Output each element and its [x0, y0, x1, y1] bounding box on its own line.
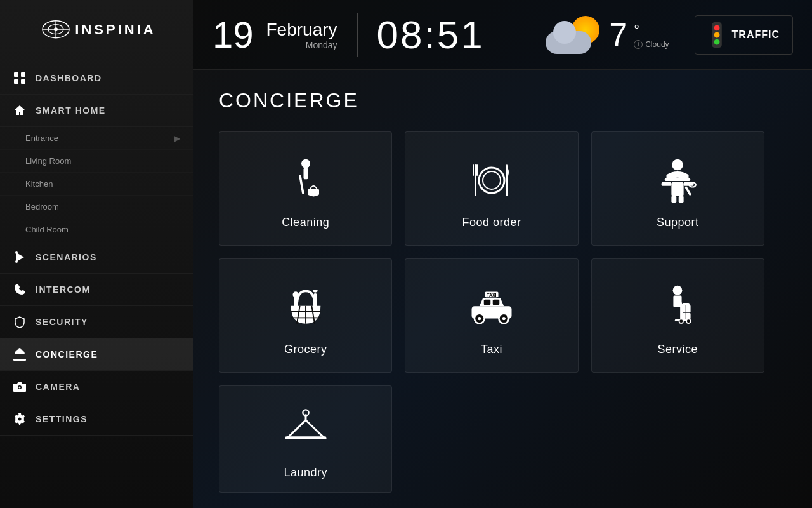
weather-condition: i Cloudy — [634, 40, 669, 49]
sidebar-item-smart-home[interactable]: SMART HOME — [0, 95, 193, 127]
taxi-icon: TAXI — [466, 282, 517, 333]
shield-icon — [13, 315, 27, 329]
svg-point-9 — [15, 251, 18, 254]
svg-point-57 — [673, 285, 683, 295]
svg-point-67 — [686, 319, 691, 323]
svg-rect-8 — [21, 79, 25, 84]
date-day: 19 — [213, 17, 254, 53]
card-label-food-order: Food order — [462, 216, 521, 229]
sidebar-item-scenarios[interactable]: SCENARIOS — [0, 241, 193, 274]
concierge-icon — [13, 347, 27, 361]
card-label-laundry: Laundry — [284, 466, 327, 479]
sidebar-item-security[interactable]: SECURITY — [0, 306, 193, 338]
card-support[interactable]: Support — [591, 131, 764, 246]
main-content: 19 February Monday 08:51 7 ° i Cloudy — [193, 0, 812, 508]
sidebar-label-living-room: Living Room — [25, 156, 71, 166]
sidebar-item-concierge[interactable]: CONCIERGE — [0, 338, 193, 371]
svg-point-20 — [301, 159, 310, 168]
page-title: CONCIERGE — [219, 89, 787, 112]
svg-rect-45 — [294, 295, 298, 309]
sidebar-item-child-room[interactable]: Child Room — [0, 218, 193, 241]
svg-rect-28 — [473, 164, 474, 176]
svg-point-26 — [483, 171, 501, 189]
date-time-block: 19 February Monday 08:51 — [213, 12, 485, 57]
svg-point-15 — [18, 418, 22, 421]
sidebar-label-camera: CAMERA — [36, 382, 80, 392]
svg-point-19 — [714, 39, 719, 44]
svg-rect-37 — [679, 196, 684, 203]
support-icon — [652, 155, 703, 206]
svg-rect-51 — [484, 299, 491, 305]
svg-rect-27 — [475, 164, 476, 196]
logo-icon — [37, 15, 75, 44]
svg-rect-34 — [662, 182, 672, 185]
svg-point-17 — [714, 25, 719, 30]
card-service[interactable]: Service — [591, 258, 764, 373]
svg-point-12 — [18, 348, 21, 351]
weather-icon — [546, 13, 603, 57]
svg-point-14 — [19, 387, 21, 389]
svg-point-66 — [679, 319, 684, 323]
grid-icon — [13, 71, 27, 85]
logo-text: INSPINIA — [75, 22, 155, 38]
svg-rect-52 — [493, 299, 500, 305]
svg-rect-36 — [672, 196, 677, 203]
sidebar-label-concierge: CONCIERGE — [36, 349, 98, 359]
svg-point-10 — [15, 260, 18, 263]
condition-label: Cloudy — [645, 40, 669, 49]
date-weekday: Monday — [266, 40, 337, 50]
svg-point-56 — [502, 316, 506, 319]
phone-icon — [13, 283, 27, 297]
svg-rect-38 — [685, 185, 692, 195]
page-content: CONCIERGE Cleaning — [193, 70, 812, 508]
svg-point-18 — [714, 32, 719, 37]
play-icon — [13, 250, 27, 264]
info-icon: i — [634, 40, 643, 49]
traffic-button[interactable]: TRAFFIC — [695, 15, 793, 55]
card-grocery[interactable]: Grocery — [219, 258, 392, 373]
degree-symbol: ° — [634, 23, 639, 37]
card-label-grocery: Grocery — [284, 343, 327, 356]
card-label-service: Service — [658, 343, 698, 356]
svg-point-31 — [672, 159, 684, 170]
grocery-icon — [280, 282, 331, 333]
time-display: 08:51 — [377, 12, 485, 57]
svg-rect-32 — [665, 178, 690, 180]
topbar: 19 February Monday 08:51 7 ° i Cloudy — [193, 0, 812, 70]
date-block: 19 — [213, 17, 254, 53]
sidebar-item-entrance[interactable]: Entrance ▶ — [0, 127, 193, 150]
sidebar-item-settings[interactable]: SETTINGS — [0, 403, 193, 436]
card-food-order[interactable]: Food order — [405, 131, 578, 246]
svg-point-46 — [292, 291, 298, 297]
sidebar-item-living-room[interactable]: Living Room — [0, 150, 193, 173]
sidebar-label-dashboard: DASHBOARD — [36, 73, 102, 83]
settings-icon — [13, 412, 27, 426]
laundry-icon — [280, 405, 331, 456]
card-label-cleaning: Cleaning — [282, 216, 329, 229]
sidebar-label-security: SECURITY — [36, 317, 88, 327]
card-cleaning[interactable]: Cleaning — [219, 131, 392, 246]
sidebar-item-camera[interactable]: CAMERA — [0, 371, 193, 403]
sidebar-item-bedroom[interactable]: Bedroom — [0, 196, 193, 218]
sidebar-item-intercom[interactable]: INTERCOM — [0, 274, 193, 306]
sidebar-label-child-room: Child Room — [25, 225, 69, 234]
svg-rect-29 — [476, 164, 478, 176]
logo-area: INSPINIA — [0, 0, 193, 57]
time-separator — [357, 13, 358, 57]
weather-temperature: 7 — [609, 16, 627, 54]
sidebar-label-smart-home: SMART HOME — [36, 105, 106, 116]
sidebar-item-dashboard[interactable]: DASHBOARD — [0, 62, 193, 95]
arrow-icon: ▶ — [174, 134, 180, 143]
weather-info: ° i Cloudy — [634, 21, 669, 49]
sidebar-label-scenarios: SCENARIOS — [36, 252, 97, 262]
svg-rect-22 — [299, 175, 304, 194]
svg-rect-21 — [303, 168, 308, 179]
date-month: February — [266, 20, 337, 40]
traffic-light-icon — [708, 22, 726, 48]
svg-rect-7 — [14, 79, 18, 84]
sidebar-item-kitchen[interactable]: Kitchen — [0, 173, 193, 196]
card-taxi[interactable]: TAXI Taxi — [405, 258, 578, 373]
sidebar-label-settings: SETTINGS — [36, 414, 88, 424]
svg-rect-6 — [21, 72, 25, 77]
card-laundry[interactable]: Laundry — [219, 385, 392, 493]
